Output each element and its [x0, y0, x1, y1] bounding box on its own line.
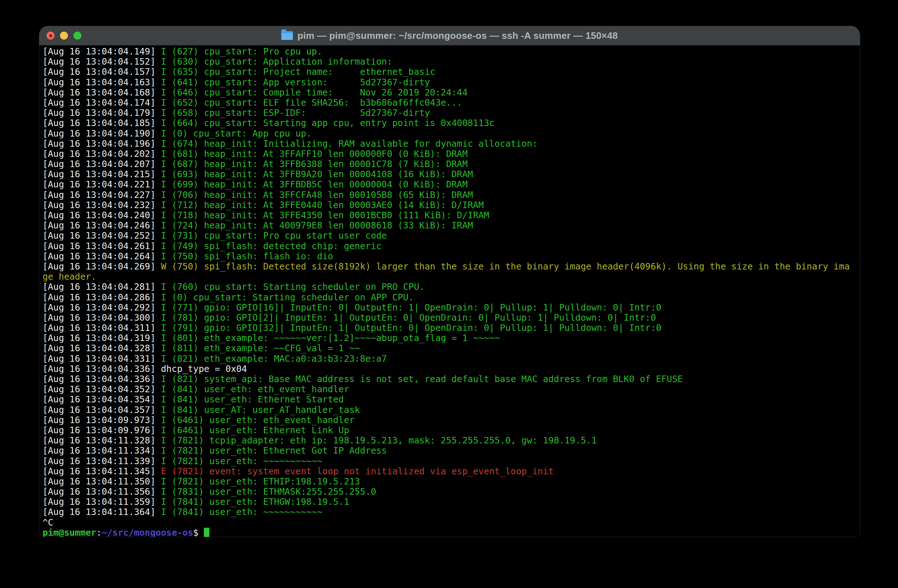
log-message: I (811) eth_example: ~~CFG_val = 1 ~~ [161, 343, 360, 353]
log-message: I (6461) user_eth: Ethernet Link Up [161, 425, 349, 436]
prompt-path: ~/src/mongoose-os [102, 527, 193, 537]
terminal-line: [Aug 16 13:04:04.311] I (791) gpio: GPIO… [43, 323, 856, 333]
terminal-window: pim — pim@summer: ~/src/mongoose-os — ss… [39, 26, 860, 537]
log-timestamp: [Aug 16 13:04:04.352] [43, 384, 161, 395]
terminal-line: pim@summer:~/src/mongoose-os$ [43, 528, 856, 537]
traffic-lights [46, 32, 81, 40]
log-timestamp: [Aug 16 13:04:04.328] [43, 343, 161, 353]
log-message: E (7821) event: system event loop not in… [161, 466, 554, 476]
log-message: I (801) eth_example: ~~~~~~ver:[1.2]~~~~… [161, 333, 500, 343]
terminal-line: [Aug 16 13:04:04.300] I (781) gpio: GPIO… [43, 313, 856, 323]
terminal-line: [Aug 16 13:04:04.281] I (760) cpu_start:… [43, 282, 856, 292]
log-timestamp: [Aug 16 13:04:04.174] [43, 97, 161, 108]
log-timestamp: [Aug 16 13:04:04.152] [43, 56, 161, 67]
terminal-line: [Aug 16 13:04:04.292] I (771) gpio: GPIO… [43, 302, 856, 313]
log-timestamp: [Aug 16 13:04:04.179] [43, 107, 161, 118]
terminal-line: [Aug 16 13:04:11.350] I (7821) user_eth:… [43, 476, 856, 487]
log-message: ge header. [43, 271, 96, 282]
log-message: I (699) heap_init: At 3FFBDB5C len 00000… [161, 179, 468, 190]
desktop: { "window": { "title_text": "pim — pim@s… [0, 0, 898, 588]
log-timestamp: [Aug 16 13:04:04.232] [43, 200, 161, 210]
log-message: I (646) cpu_start: Compile time: Nov 26 … [161, 87, 468, 98]
terminal-line: [Aug 16 13:04:11.345] E (7821) event: sy… [43, 466, 856, 476]
log-message: I (821) eth_example: MAC:a0:a3:b3:23:8e:… [161, 353, 387, 364]
terminal-line: [Aug 16 13:04:04.352] I (841) user_eth: … [43, 384, 856, 395]
log-timestamp: [Aug 16 13:04:04.163] [43, 77, 161, 88]
terminal-line: [Aug 16 13:04:04.357] I (841) user_AT: u… [43, 405, 856, 415]
terminal-line: [Aug 16 13:04:04.168] I (646) cpu_start:… [43, 88, 856, 98]
terminal-screen[interactable]: [Aug 16 13:04:04.149] I (627) cpu_start:… [39, 45, 860, 537]
log-message: I (841) user_eth: Ethernet Started [161, 394, 344, 405]
log-timestamp: [Aug 16 13:04:04.261] [43, 241, 161, 251]
prompt-separator: : [96, 527, 102, 537]
terminal-line: [Aug 16 13:04:04.207] I (687) heap_init:… [43, 159, 856, 169]
log-message: I (7821) user_eth: ETHIP:198.19.5.213 [161, 476, 360, 487]
terminal-line: [Aug 16 13:04:04.252] I (731) cpu_start:… [43, 230, 856, 241]
log-timestamp: [Aug 16 13:04:04.252] [43, 230, 161, 241]
terminal-line: [Aug 16 13:04:04.202] I (681) heap_init:… [43, 149, 856, 159]
log-message: dhcp_type = 0x04 [161, 364, 247, 374]
log-message: I (760) cpu_start: Starting scheduler on… [161, 281, 425, 292]
terminal-line: [Aug 16 13:04:04.328] I (811) eth_exampl… [43, 343, 856, 353]
log-message: I (7831) user_eth: ETHMASK:255.255.255.0 [161, 486, 376, 497]
log-timestamp: [Aug 16 13:04:04.300] [43, 312, 161, 323]
log-timestamp: [Aug 16 13:04:11.359] [43, 496, 161, 507]
log-message: I (7841) user_eth: ETHGW:198.19.5.1 [161, 496, 349, 507]
log-message: I (6461) user_eth: eth_event_handler [161, 415, 355, 425]
log-timestamp: [Aug 16 13:04:11.328] [43, 435, 161, 446]
terminal-line: [Aug 16 13:04:11.359] I (7841) user_eth:… [43, 497, 856, 507]
terminal-line: [Aug 16 13:04:04.163] I (641) cpu_start:… [43, 77, 856, 88]
log-message: I (0) cpu_start: App cpu up. [161, 128, 312, 139]
log-message: I (635) cpu_start: Project name: etherne… [161, 66, 435, 77]
terminal-line: [Aug 16 13:04:04.185] I (664) cpu_start:… [43, 118, 856, 128]
log-message: I (0) cpu_start: Starting scheduler on A… [161, 292, 414, 302]
terminal-line: [Aug 16 13:04:04.221] I (699) heap_init:… [43, 180, 856, 190]
log-timestamp: [Aug 16 13:04:04.240] [43, 210, 161, 221]
log-timestamp: [Aug 16 13:04:04.292] [43, 302, 161, 313]
terminal-line: [Aug 16 13:04:04.215] I (693) heap_init:… [43, 169, 856, 180]
terminal-line: [Aug 16 13:04:11.339] I (7821) user_eth:… [43, 456, 856, 466]
terminal-line: [Aug 16 13:04:04.157] I (635) cpu_start:… [43, 67, 856, 77]
log-message: ^C [43, 517, 54, 528]
terminal-line: [Aug 16 13:04:09.973] I (6461) user_eth:… [43, 415, 856, 425]
prompt-user: pim@summer [43, 527, 96, 537]
close-button[interactable] [46, 32, 54, 40]
log-timestamp: [Aug 16 13:04:04.185] [43, 118, 161, 128]
log-message: I (7841) user_eth: ~~~~~~~~~~~ [161, 507, 322, 517]
log-message: I (771) gpio: GPIO[16]| InputEn: 0| Outp… [161, 302, 661, 313]
terminal-line: [Aug 16 13:04:04.336] dhcp_type = 0x04 [43, 364, 856, 374]
log-timestamp: [Aug 16 13:04:04.207] [43, 159, 161, 169]
terminal-line: [Aug 16 13:04:04.196] I (674) heap_init:… [43, 139, 856, 149]
log-timestamp: [Aug 16 13:04:04.149] [43, 46, 161, 57]
log-timestamp: [Aug 16 13:04:04.331] [43, 353, 161, 364]
log-timestamp: [Aug 16 13:04:04.354] [43, 394, 161, 405]
terminal-line: [Aug 16 13:04:11.328] I (7821) tcpip_ada… [43, 436, 856, 446]
log-timestamp: [Aug 16 13:04:04.157] [43, 66, 161, 77]
terminal-line: [Aug 16 13:04:04.240] I (718) heap_init:… [43, 210, 856, 221]
log-message: I (652) cpu_start: ELF file SHA256: b3b6… [161, 97, 462, 108]
log-message: I (791) gpio: GPIO[32]| InputEn: 1| Outp… [161, 322, 661, 333]
minimize-button[interactable] [60, 32, 68, 40]
log-message: I (674) heap_init: Initializing. RAM ava… [161, 138, 538, 149]
log-timestamp: [Aug 16 13:04:11.334] [43, 445, 161, 456]
log-message: I (687) heap_init: At 3FFB6388 len 00001… [161, 159, 468, 169]
titlebar[interactable]: pim — pim@summer: ~/src/mongoose-os — ss… [39, 26, 860, 45]
window-title-text: pim — pim@summer: ~/src/mongoose-os — ss… [297, 30, 618, 41]
log-message: I (781) gpio: GPIO[2]| InputEn: 1| Outpu… [161, 312, 656, 323]
terminal-line: ^C [43, 517, 856, 528]
log-timestamp: [Aug 16 13:04:11.356] [43, 486, 161, 497]
log-timestamp: [Aug 16 13:04:11.339] [43, 456, 161, 466]
terminal-line: ge header. [43, 272, 856, 282]
log-message: I (731) cpu_start: Pro cpu start user co… [161, 230, 387, 241]
log-timestamp: [Aug 16 13:04:04.281] [43, 281, 161, 292]
prompt-symbol: $ [193, 527, 204, 537]
terminal-line: [Aug 16 13:04:04.319] I (801) eth_exampl… [43, 333, 856, 343]
log-message: I (627) cpu_start: Pro cpu up. [161, 46, 322, 57]
log-timestamp: [Aug 16 13:04:04.190] [43, 128, 161, 139]
zoom-button[interactable] [74, 32, 81, 40]
terminal-line: [Aug 16 13:04:11.364] I (7841) user_eth:… [43, 507, 856, 517]
log-message: I (658) cpu_start: ESP-IDF: 5d27367-dirt… [161, 107, 430, 118]
log-timestamp: [Aug 16 13:04:04.357] [43, 405, 161, 415]
terminal-line: [Aug 16 13:04:04.227] I (706) heap_init:… [43, 190, 856, 200]
log-timestamp: [Aug 16 13:04:11.350] [43, 476, 161, 487]
